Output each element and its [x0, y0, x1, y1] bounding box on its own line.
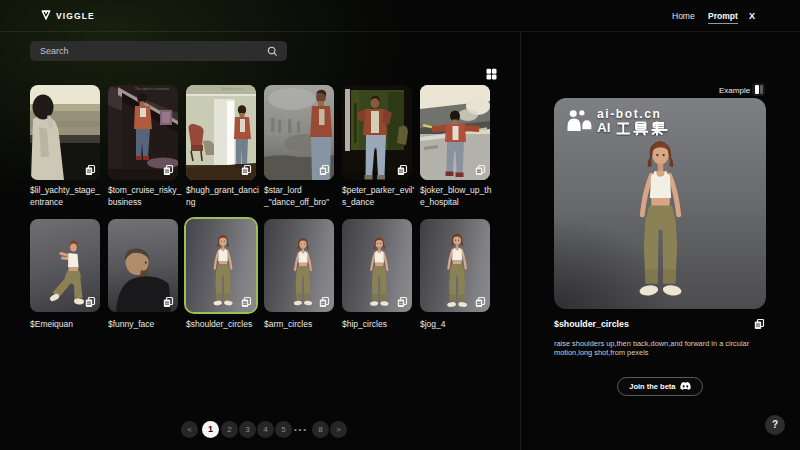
svg-text:This video is a transition: This video is a transition — [135, 87, 169, 91]
svg-text:This video is a tr: This video is a tr — [220, 87, 244, 91]
